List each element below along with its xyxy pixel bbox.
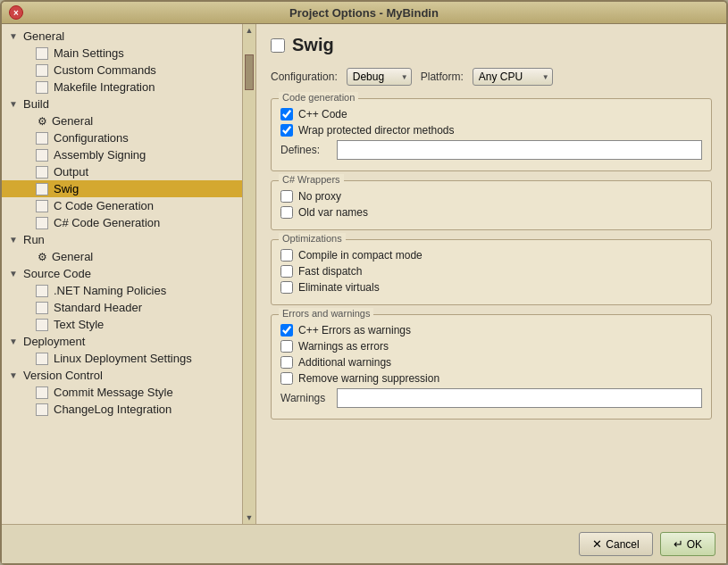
sidebar-item-build-general[interactable]: General (2, 112, 242, 129)
sidebar-item-main-settings[interactable]: Main Settings (2, 45, 242, 62)
cpp-errors-checkbox[interactable] (280, 324, 293, 337)
cpp-errors-row: C++ Errors as warnings (280, 324, 702, 337)
ok-button[interactable]: ↵ OK (660, 532, 715, 556)
optimizations-content: Compile in compact mode Fast dispatch El… (280, 249, 702, 294)
warnings-as-errors-label: Warnings as errors (298, 340, 389, 353)
tree-item-icon (36, 64, 48, 77)
tree-item-label: Linux Deployment Settings (54, 352, 192, 365)
tree-item-label: Output (54, 165, 88, 179)
warnings-input[interactable] (337, 388, 702, 408)
wrap-protected-checkbox[interactable] (280, 124, 293, 137)
warnings-label: Warnings (280, 392, 330, 404)
compact-mode-row: Compile in compact mode (280, 249, 702, 262)
tree-item-icon (36, 132, 48, 145)
fast-dispatch-row: Fast dispatch (280, 265, 702, 278)
wrap-protected-label: Wrap protected director methods (298, 124, 455, 137)
sidebar-item-version-control[interactable]: ▼Version Control (2, 367, 242, 384)
configuration-select[interactable]: Debug Release (347, 68, 412, 86)
compact-mode-checkbox[interactable] (280, 249, 293, 262)
defines-label: Defines: (280, 144, 330, 156)
sidebar-item-source-code[interactable]: ▼Source Code (2, 265, 242, 282)
no-proxy-label: No proxy (298, 190, 341, 203)
sidebar-item-output[interactable]: Output (2, 163, 242, 180)
remove-suppression-checkbox[interactable] (280, 372, 293, 385)
tree-item-label: Deployment (23, 335, 85, 348)
sidebar-item-c-code-gen[interactable]: C Code Generation (2, 197, 242, 214)
sidebar-item-makefile-integration[interactable]: Makefile Integration (2, 79, 242, 96)
wrap-protected-row: Wrap protected director methods (280, 124, 702, 137)
errors-warnings-legend: Errors and warnings (279, 308, 373, 319)
config-select-wrapper: Debug Release (347, 68, 412, 86)
page-enable-checkbox[interactable] (271, 38, 285, 53)
bottom-bar: ✕ Cancel ↵ OK (2, 524, 726, 563)
ok-label: OK (687, 538, 702, 551)
scroll-thumb[interactable] (245, 54, 254, 90)
cpp-errors-label: C++ Errors as warnings (298, 324, 411, 337)
tree-item-icon (36, 302, 48, 314)
ok-icon: ↵ (674, 537, 683, 551)
tree-item-label: Standard Header (54, 301, 142, 314)
tree-item-label: Configurations (54, 131, 129, 145)
sidebar-item-run-general[interactable]: General (2, 248, 242, 265)
tree-item-icon (36, 149, 48, 162)
tree-item-label: Swig (54, 182, 79, 195)
page-title-row: Swig (271, 35, 712, 55)
errors-warnings-section: Errors and warnings C++ Errors as warnin… (271, 314, 712, 420)
sidebar-item-general[interactable]: ▼General (2, 28, 242, 45)
sidebar: ▼GeneralMain SettingsCustom CommandsMake… (2, 24, 243, 524)
sidebar-item-linux-deployment[interactable]: Linux Deployment Settings (2, 350, 242, 367)
csharp-wrappers-section: C# Wrappers No proxy Old var names (271, 180, 712, 230)
sidebar-item-configurations[interactable]: Configurations (2, 129, 242, 146)
old-var-names-checkbox[interactable] (280, 206, 293, 219)
platform-select[interactable]: Any CPU x86 x64 (473, 68, 553, 86)
tree-item-label: Assembly Signing (54, 148, 146, 162)
tree-item-icon (36, 183, 48, 195)
sidebar-scrollbar[interactable]: ▲ ▼ (243, 24, 255, 524)
tree-item-label: General (23, 29, 64, 43)
old-var-names-label: Old var names (298, 206, 368, 219)
sidebar-item-custom-commands[interactable]: Custom Commands (2, 62, 242, 79)
warnings-input-row: Warnings (280, 388, 702, 408)
tree-item-icon (36, 200, 48, 212)
cpp-code-row: C++ Code (280, 108, 702, 120)
warnings-as-errors-checkbox[interactable] (280, 340, 293, 353)
tree-item-icon (36, 319, 48, 331)
close-button[interactable]: × (9, 5, 23, 20)
sidebar-item-standard-header[interactable]: Standard Header (2, 299, 242, 316)
scroll-up-arrow[interactable]: ▲ (243, 24, 255, 37)
eliminate-virtuals-row: Eliminate virtuals (280, 281, 702, 294)
tree-item-label: Text Style (54, 318, 104, 331)
expand-icon: ▼ (9, 269, 20, 278)
defines-row: Defines: (280, 140, 702, 160)
tree-item-icon (36, 166, 48, 179)
sidebar-item-build[interactable]: ▼Build (2, 96, 242, 112)
sidebar-item-deployment[interactable]: ▼Deployment (2, 333, 242, 350)
sidebar-item-net-naming[interactable]: .NET Naming Policies (2, 282, 242, 299)
tree-item-label: Custom Commands (54, 63, 156, 77)
tree-item-label: Version Control (23, 369, 103, 382)
eliminate-virtuals-checkbox[interactable] (280, 281, 293, 294)
tree-item-label: C Code Generation (54, 199, 154, 212)
csharp-wrappers-content: No proxy Old var names (280, 190, 702, 219)
errors-warnings-content: C++ Errors as warnings Warnings as error… (280, 324, 702, 408)
sidebar-item-assembly-signing[interactable]: Assembly Signing (2, 146, 242, 163)
tree-item-label: Build (23, 97, 49, 111)
sidebar-item-text-style[interactable]: Text Style (2, 316, 242, 333)
cpp-code-checkbox[interactable] (280, 108, 293, 120)
sidebar-item-commit-message[interactable]: Commit Message Style (2, 384, 242, 401)
tree-item-label: .NET Naming Policies (54, 284, 166, 297)
sidebar-item-swig[interactable]: Swig (2, 180, 242, 197)
fast-dispatch-checkbox[interactable] (280, 265, 293, 278)
tree-item-label: ChangeLog Integration (54, 403, 172, 416)
sidebar-item-csharp-code-gen[interactable]: C# Code Generation (2, 214, 242, 231)
code-generation-content: C++ Code Wrap protected director methods… (280, 108, 702, 160)
sidebar-item-changelog[interactable]: ChangeLog Integration (2, 401, 242, 418)
cancel-button[interactable]: ✕ Cancel (579, 532, 652, 556)
no-proxy-checkbox[interactable] (280, 190, 293, 203)
defines-input[interactable] (337, 140, 702, 160)
expand-icon: ▼ (9, 235, 20, 245)
sidebar-item-run[interactable]: ▼Run (2, 231, 242, 248)
additional-warnings-checkbox[interactable] (280, 356, 293, 369)
scroll-down-arrow[interactable]: ▼ (243, 511, 255, 524)
tree-item-icon (36, 47, 48, 60)
